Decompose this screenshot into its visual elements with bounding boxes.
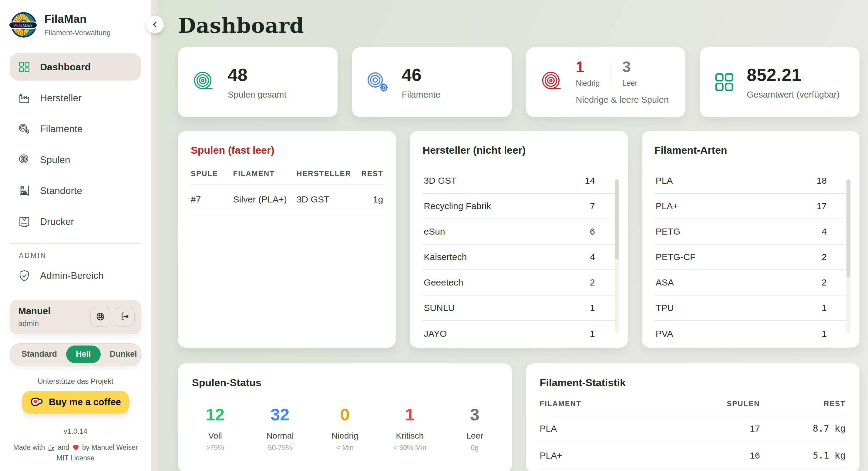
column-header: REST [354,169,383,185]
sidebar-item-admin-bereich[interactable]: Admin-Bereich [10,262,141,290]
shelf-icon [18,184,31,197]
column-header: FILAMENT [540,400,678,415]
column-header: SPULE [191,169,233,185]
stat-label: Gesamtwert (verfügbar) [747,90,839,100]
stat-card-gesamtwert: 852.21 Gesamtwert (verfügbar) [700,47,860,117]
table-row: PLA 17 8.7 kg [540,415,846,442]
theme-option-dunkel[interactable]: Dunkel [101,349,146,359]
theme-toggle: Standard Hell Dunkel [10,343,141,366]
page-title: Dashboard [178,13,860,38]
low-spools-table: SPULE FILAMENT HERSTELLER REST #7 Silver… [191,169,383,214]
support-text: Unterstütze das Projekt [10,377,141,385]
sidebar-collapse-button[interactable] [146,16,164,33]
buy-me-a-coffee-button[interactable]: Buy me a coffee [22,391,129,414]
stat-label: Niedrige & leere Spulen [576,95,669,105]
scrollbar-thumb[interactable] [615,179,619,260]
status-kritisch: 1 Kritisch < 50% Min [387,406,432,452]
heart-icon [72,444,80,451]
footer-credits: Made with and by Manuel Weiser MIT Licen… [10,442,141,464]
column-header: HERSTELLER [297,169,354,185]
empty-count: 3 [622,59,638,74]
column-header: SPULEN [677,400,760,415]
shield-check-icon [18,269,31,282]
scrollbar-thumb[interactable] [846,179,850,278]
card-title: Hersteller (nicht leer) [423,144,615,156]
app-name: FilaMan [44,13,111,26]
user-role: admin [18,319,51,328]
logout-icon [120,311,130,323]
sidebar-item-spulen[interactable]: Spulen [10,146,141,173]
card-title: Filament-Statistik [540,377,846,389]
sidebar-item-drucker[interactable]: Drucker [10,208,141,235]
empty-label: Leer [622,79,638,88]
stat-label: Filamente [402,90,440,100]
middle-cards-row: Spulen (fast leer) SPULE FILAMENT HERSTE… [178,131,860,348]
main-content: Dashboard 48 Spulen gesamt 46 Filamente [156,0,868,471]
gear-icon [95,311,105,323]
low-label: Niedrig [576,79,600,88]
printer-3d-icon [18,215,31,228]
sidebar-divider [10,243,141,244]
grid-icon [713,71,736,94]
stat-value: 852.21 [747,65,839,85]
stat-card-niedrige-leere: 1 Niedrig 3 Leer Niedrige & leere Spulen [526,47,686,117]
list-item: Recycling Fabrik7 [423,194,615,219]
card-title: Filament-Arten [654,144,847,156]
list-item: ASA2 [654,270,847,296]
logout-button[interactable] [115,307,135,327]
status-voll: 12 Voll >75% [192,406,238,452]
settings-button[interactable] [90,307,111,327]
filament-types-list: PLA18 PLA+17 PETG4 PETG-CF2 ASA2 TPU1 PV… [654,168,847,346]
sidebar-item-standorte[interactable]: Standorte [10,177,141,204]
app-logo: FilaMan [11,12,36,38]
list-item: SUNLU1 [423,296,615,321]
list-item: TPU1 [654,296,847,321]
status-leer: 3 Leer 0g [452,406,497,452]
list-item: Kaisertech4 [423,245,615,270]
card-title: Spulen (fast leer) [191,144,383,156]
spool-status-card: Spulen-Status 12 Voll >75% 32 Normal 50-… [178,363,512,471]
spool-icon [191,69,217,95]
table-row: #7 Silver (PLA+) 3D GST 1g [191,185,383,214]
user-card: Manuel admin [10,300,141,334]
app-subtitle: Filament-Verwaltung [44,29,111,37]
stat-label: Spulen gesamt [228,90,286,100]
status-niedrig: 0 Niedrig < Min [322,406,368,452]
stat-value: 46 [402,65,440,85]
table-row: PLA+ 16 5.1 kg [540,442,846,469]
sidebar-item-filamente[interactable]: Filamente [10,115,141,142]
spool-status-strip: 12 Voll >75% 32 Normal 50-75% 0 Niedrig … [192,406,498,452]
scrollbar-track[interactable] [846,179,850,333]
sidebar-nav: Dashboard Hersteller Filamente Spulen St… [10,53,141,235]
list-item: PVA1 [654,321,847,346]
list-item: PETG4 [654,219,847,245]
admin-section-label: ADMIN [19,251,141,260]
list-item: PETG-CF2 [654,245,847,270]
theme-option-hell[interactable]: Hell [66,345,101,363]
list-item: Geeetech2 [423,270,615,296]
coffee-cup-icon [48,444,55,451]
spool-icon [539,69,565,95]
stat-value: 48 [228,65,286,85]
sidebar-main-divider [151,0,156,471]
low-spools-card: Spulen (fast leer) SPULE FILAMENT HERSTE… [178,131,396,348]
filament-spool-icon [365,69,391,95]
filament-spool-icon [18,122,31,135]
app-brand: FilaMan FilaMan Filament-Verwaltung [10,12,141,38]
stat-cards-row: 48 Spulen gesamt 46 Filamente 1 Nied [178,47,860,117]
theme-option-standard[interactable]: Standard [12,349,66,359]
sidebar-item-hersteller[interactable]: Hersteller [10,84,141,111]
filament-statistics-card: Filament-Statistik FILAMENT SPULEN REST … [526,363,860,471]
spool-icon [18,153,31,166]
list-item: JAYO1 [423,321,615,346]
manufacturers-card: Hersteller (nicht leer) 3D GST14 Recycli… [410,131,627,348]
sidebar-item-dashboard[interactable]: Dashboard [10,53,141,80]
list-item: PLA+17 [654,194,847,219]
app-version: v1.0.14 [10,427,141,436]
list-item: eSun6 [423,219,615,245]
manufacturers-list: 3D GST14 Recycling Fabrik7 eSun6 Kaisert… [423,168,615,346]
stat-card-filamente: 46 Filamente [352,47,512,117]
user-name: Manuel [18,306,51,317]
scrollbar-track[interactable] [615,179,619,333]
license-text: MIT License [10,453,141,464]
